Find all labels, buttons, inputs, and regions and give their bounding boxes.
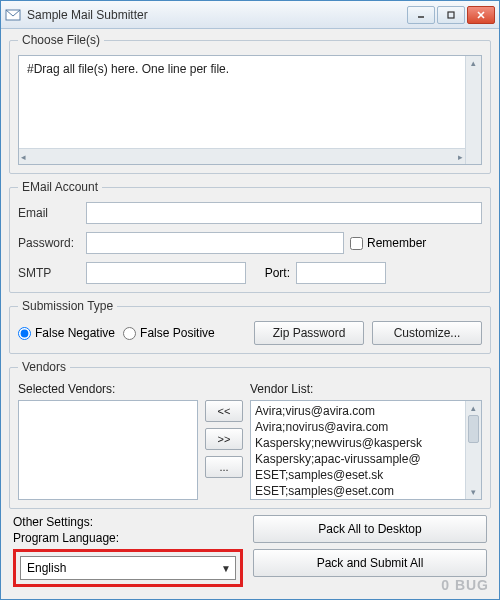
svg-rect-2 [448, 12, 454, 18]
email-field[interactable] [86, 202, 482, 224]
minimize-button[interactable] [407, 6, 435, 24]
file-vscroll[interactable]: ▴ [465, 56, 481, 164]
remember-label: Remember [367, 236, 426, 250]
customize-button[interactable]: Customize... [372, 321, 482, 345]
email-account-group: EMail Account Email Password: Remember S… [9, 180, 491, 293]
pack-submit-button[interactable]: Pack and Submit All [253, 549, 487, 577]
chevron-down-icon: ▼ [221, 563, 231, 574]
window-title: Sample Mail Submitter [27, 8, 407, 22]
content: Choose File(s) #Drag all file(s) here. O… [1, 29, 499, 599]
language-combo[interactable]: English ▼ [20, 556, 236, 580]
window-buttons [407, 6, 495, 24]
file-hscroll[interactable]: ◂▸ [19, 148, 465, 164]
list-item[interactable]: Kaspersky;apac-virussample@ [255, 451, 477, 467]
close-button[interactable] [467, 6, 495, 24]
vendor-list[interactable]: Avira;virus@avira.com Avira;novirus@avir… [250, 400, 482, 500]
submission-type-group: Submission Type False Negative False Pos… [9, 299, 491, 354]
maximize-button[interactable] [437, 6, 465, 24]
window: Sample Mail Submitter Choose File(s) #Dr… [0, 0, 500, 600]
choose-files-group: Choose File(s) #Drag all file(s) here. O… [9, 33, 491, 174]
smtp-label: SMTP [18, 266, 80, 280]
language-value: English [27, 561, 66, 575]
language-highlight: English ▼ [13, 549, 243, 587]
false-positive-label: False Positive [140, 326, 215, 340]
file-drop-area[interactable]: #Drag all file(s) here. One line per fil… [18, 55, 482, 165]
vendor-list-label: Vendor List: [250, 382, 482, 396]
other-settings-label: Other Settings: [13, 515, 243, 529]
false-negative-label: False Negative [35, 326, 115, 340]
program-language-label: Program Language: [13, 531, 243, 545]
email-label: Email [18, 206, 80, 220]
list-item[interactable]: ESET;samples@eset.com [255, 483, 477, 499]
password-label: Password: [18, 236, 80, 250]
port-field[interactable] [296, 262, 386, 284]
watermark: 0 BUG [441, 577, 489, 593]
move-right-button[interactable]: >> [205, 428, 243, 450]
vendors-legend: Vendors [18, 360, 70, 374]
false-positive-radio[interactable] [123, 327, 136, 340]
choose-files-legend: Choose File(s) [18, 33, 104, 47]
vendors-group: Vendors Selected Vendors: << >> ... Vend… [9, 360, 491, 509]
selected-vendors-label: Selected Vendors: [18, 382, 198, 396]
vendor-more-button[interactable]: ... [205, 456, 243, 478]
false-negative-radio[interactable] [18, 327, 31, 340]
file-drop-placeholder: #Drag all file(s) here. One line per fil… [19, 56, 481, 148]
port-label: Port: [252, 266, 290, 280]
move-left-button[interactable]: << [205, 400, 243, 422]
zip-password-button[interactable]: Zip Password [254, 321, 364, 345]
submission-type-legend: Submission Type [18, 299, 117, 313]
smtp-field[interactable] [86, 262, 246, 284]
email-account-legend: EMail Account [18, 180, 102, 194]
mail-icon [5, 7, 21, 23]
selected-vendors-list[interactable] [18, 400, 198, 500]
list-item[interactable]: Avira;novirus@avira.com [255, 419, 477, 435]
remember-checkbox[interactable] [350, 237, 363, 250]
vendor-list-scrollbar[interactable]: ▴ ▾ [465, 401, 481, 499]
pack-desktop-button[interactable]: Pack All to Desktop [253, 515, 487, 543]
list-item[interactable]: Kaspersky;newvirus@kaspersk [255, 435, 477, 451]
titlebar: Sample Mail Submitter [1, 1, 499, 29]
list-item[interactable]: Avira;virus@avira.com [255, 403, 477, 419]
list-item[interactable]: ESET;samples@eset.sk [255, 467, 477, 483]
password-field[interactable] [86, 232, 344, 254]
